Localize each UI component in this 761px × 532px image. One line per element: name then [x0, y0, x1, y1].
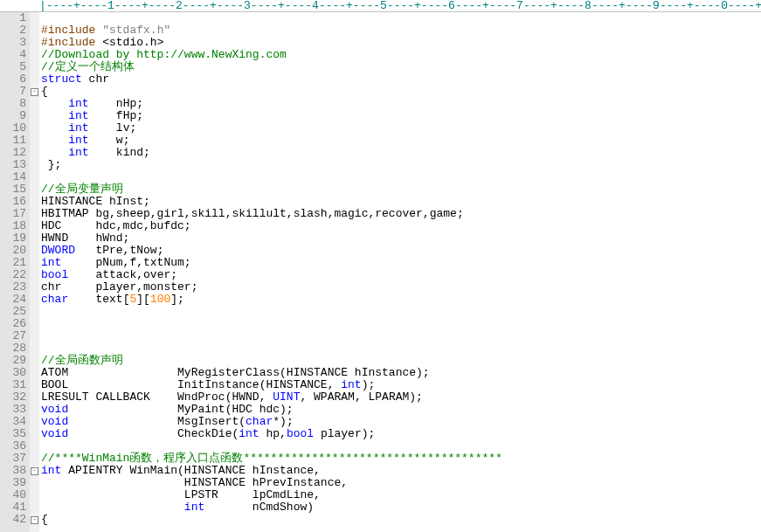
line-number[interactable]: 32 [0, 391, 26, 404]
line-number[interactable]: 4 [0, 49, 26, 61]
code-line[interactable]: struct chr [39, 73, 761, 86]
code-token: "stdafx.h" [102, 24, 170, 37]
code-line[interactable] [39, 171, 761, 183]
code-line[interactable]: int pNum,f,txtNum; [39, 257, 761, 269]
code-line[interactable]: #include <stdio.h> [39, 37, 761, 49]
line-number[interactable]: 1 [0, 12, 26, 24]
line-number[interactable]: 23 [0, 281, 26, 294]
line-number[interactable]: 3 [0, 37, 26, 49]
code-line[interactable]: int lv; [39, 122, 761, 135]
code-line[interactable] [39, 330, 761, 342]
line-number[interactable]: 39 [0, 477, 26, 489]
code-line[interactable]: HWND hWnd; [39, 232, 761, 245]
code-line[interactable]: chr player,monster; [39, 281, 761, 294]
code-line[interactable]: LRESULT CALLBACK WndProc(HWND, UINT, WPA… [39, 391, 761, 404]
code-line[interactable]: HINSTANCE hPrevInstance, [39, 477, 761, 489]
line-number[interactable]: 25 [0, 306, 26, 318]
line-number[interactable]: 9 [0, 110, 26, 122]
code-line[interactable]: int w; [39, 135, 761, 147]
code-line[interactable]: void MyPaint(HDC hdc); [39, 404, 761, 416]
code-line[interactable]: HDC hdc,mdc,bufdc; [39, 220, 761, 232]
line-number[interactable]: 42 [0, 514, 26, 526]
code-token: int [68, 134, 88, 147]
line-number-gutter[interactable]: 1234567891011121314151617181920212223242… [0, 12, 30, 532]
line-number[interactable]: 34 [0, 416, 26, 428]
code-token: APIENTRY WinMain(HINSTANCE hInstance, [61, 464, 320, 477]
line-number[interactable]: 5 [0, 61, 26, 73]
code-text-area[interactable]: #include "stdafx.h"#include <stdio.h>//D… [39, 12, 761, 532]
code-line[interactable]: #include "stdafx.h" [39, 24, 761, 37]
line-number[interactable]: 15 [0, 183, 26, 196]
fold-marker [30, 232, 39, 245]
code-line[interactable]: HBITMAP bg,sheep,girl,skill,skillult,sla… [39, 208, 761, 220]
code-area[interactable]: 1234567891011121314151617181920212223242… [0, 12, 761, 532]
line-number[interactable]: 27 [0, 330, 26, 342]
code-line[interactable]: bool attack,over; [39, 269, 761, 281]
line-number[interactable]: 18 [0, 220, 26, 232]
code-line[interactable] [39, 12, 761, 24]
code-line[interactable]: int nCmdShow) [39, 501, 761, 514]
line-number[interactable]: 10 [0, 122, 26, 135]
fold-toggle-icon[interactable]: - [31, 88, 38, 96]
code-line[interactable]: //定义一个结构体 [39, 61, 761, 73]
line-number[interactable]: 7 [0, 86, 26, 98]
code-line[interactable]: void MsgInsert(char*); [39, 416, 761, 428]
line-number[interactable]: 26 [0, 318, 26, 330]
line-number[interactable]: 12 [0, 147, 26, 159]
code-line[interactable]: DWORD tPre,tNow; [39, 245, 761, 257]
line-number[interactable]: 30 [0, 367, 26, 379]
code-line[interactable]: ATOM MyRegisterClass(HINSTANCE hInstance… [39, 367, 761, 379]
fold-column[interactable]: --- [30, 12, 39, 532]
code-line[interactable]: //Download by http://www.NewXing.com [39, 49, 761, 61]
line-number[interactable]: 35 [0, 428, 26, 440]
fold-marker[interactable]: - [30, 465, 39, 477]
line-number[interactable]: 21 [0, 257, 26, 269]
line-number[interactable]: 31 [0, 379, 26, 391]
line-number[interactable]: 14 [0, 171, 26, 183]
line-number[interactable]: 33 [0, 404, 26, 416]
line-number[interactable]: 16 [0, 196, 26, 208]
code-line[interactable]: void CheckDie(int hp,bool player); [39, 428, 761, 440]
code-line[interactable]: //****WinMain函数，程序入口点函数*****************… [39, 453, 761, 465]
line-number[interactable]: 8 [0, 98, 26, 110]
line-number[interactable]: 19 [0, 232, 26, 245]
code-line[interactable] [39, 440, 761, 453]
fold-marker[interactable]: - [30, 86, 39, 98]
line-number[interactable]: 28 [0, 342, 26, 355]
fold-toggle-icon[interactable]: - [31, 467, 38, 475]
code-line[interactable]: int kind; [39, 147, 761, 159]
code-line[interactable]: BOOL InitInstance(HINSTANCE, int); [39, 379, 761, 391]
code-line[interactable] [39, 342, 761, 355]
code-line[interactable]: }; [39, 159, 761, 171]
fold-marker [30, 122, 39, 135]
line-number[interactable]: 36 [0, 440, 26, 453]
line-number[interactable]: 2 [0, 24, 26, 37]
code-line[interactable] [39, 318, 761, 330]
line-number[interactable]: 24 [0, 294, 26, 306]
code-line[interactable]: char text[5][100]; [39, 294, 761, 306]
code-line[interactable]: //全局变量声明 [39, 183, 761, 196]
line-number[interactable]: 41 [0, 501, 26, 514]
line-number[interactable]: 22 [0, 269, 26, 281]
code-line[interactable]: { [39, 86, 761, 98]
fold-toggle-icon[interactable]: - [31, 516, 38, 524]
code-line[interactable] [39, 306, 761, 318]
code-line[interactable]: int nHp; [39, 98, 761, 110]
code-line[interactable]: int fHp; [39, 110, 761, 122]
line-number[interactable]: 13 [0, 159, 26, 171]
line-number[interactable]: 38 [0, 465, 26, 477]
line-number[interactable]: 6 [0, 73, 26, 86]
line-number[interactable]: 40 [0, 489, 26, 501]
code-token [41, 121, 68, 135]
fold-marker[interactable]: - [30, 514, 39, 526]
line-number[interactable]: 37 [0, 453, 26, 465]
line-number[interactable]: 17 [0, 208, 26, 220]
code-line[interactable]: HINSTANCE hInst; [39, 196, 761, 208]
line-number[interactable]: 11 [0, 135, 26, 147]
code-line[interactable]: //全局函数声明 [39, 355, 761, 367]
code-line[interactable]: LPSTR lpCmdLine, [39, 489, 761, 501]
code-line[interactable]: int APIENTRY WinMain(HINSTANCE hInstance… [39, 465, 761, 477]
line-number[interactable]: 20 [0, 245, 26, 257]
code-line[interactable]: { [39, 514, 761, 526]
line-number[interactable]: 29 [0, 355, 26, 367]
